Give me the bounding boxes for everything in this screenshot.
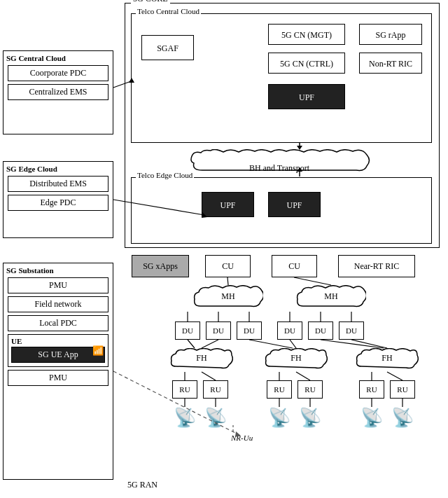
du1-box: DU [175, 321, 200, 340]
du6-box: DU [339, 321, 364, 340]
antenna1: 📡 [169, 407, 200, 429]
fh3-label: FH [356, 353, 419, 364]
telco-edge-label: Telco Edge Cloud [136, 171, 194, 179]
sg-substation: SG Substation PMU Field network Local PD… [3, 263, 113, 480]
svg-line-12 [321, 340, 384, 348]
telco-central-label: Telco Central Cloud [136, 7, 201, 15]
field-network-box: Field network [8, 296, 108, 312]
upf-central-box: UPF [268, 84, 345, 109]
core-outer-box: 5G CORE Telco Central Cloud SGAF 5G CN (… [125, 3, 440, 248]
ru5-box: RU [359, 380, 384, 399]
du4-box: DU [277, 321, 302, 340]
coorporate-pdc-box: Coorporate PDC [8, 65, 108, 81]
upf-edge1-box: UPF [202, 192, 254, 217]
fh1-label: FH [170, 353, 233, 364]
cu1-box: CU [205, 255, 251, 277]
antenna5: 📡 [356, 407, 387, 429]
telco-central-cloud: Telco Central Cloud SGAF 5G CN (MGT) 5G … [131, 13, 432, 143]
fh3-cloud: FH [356, 348, 419, 372]
non-rt-ric-box: Non-RT RIC [359, 53, 422, 74]
ran-label: 5G RAN [127, 480, 158, 490]
sg-xapps-box: SG xApps [132, 255, 189, 277]
antenna3: 📡 [264, 407, 295, 429]
mh1-cloud: MH [193, 285, 263, 312]
svg-line-15 [202, 372, 216, 380]
ru4-box: RU [298, 380, 323, 399]
ru3-box: RU [267, 380, 292, 399]
fh2-cloud: FH [265, 348, 328, 372]
du3-box: DU [237, 321, 262, 340]
nr-uu-label: NR-Uu [231, 434, 253, 442]
near-rt-ric-box: Near-RT RIC [338, 255, 415, 277]
sg-substation-title: SG Substation [6, 266, 110, 275]
pmu-top-box: PMU [8, 277, 108, 293]
ran-connectors [125, 251, 440, 493]
main-right-area: 5G CORE Telco Central Cloud SGAF 5G CN (… [125, 3, 440, 493]
sg-ue-app-box: SG UE App [11, 347, 105, 363]
sg-central-cloud: SG Central Cloud Coorporate PDC Centrali… [3, 50, 113, 134]
sg-central-title: SG Central Cloud [6, 54, 110, 62]
du2-box: DU [206, 321, 231, 340]
svg-line-0 [227, 277, 228, 285]
fh1-cloud: FH [170, 348, 233, 372]
bh-transport-cloud: BH and Transport [188, 149, 370, 176]
cn-mgt-box: 5G CN (MGT) [268, 24, 345, 45]
mh2-label: MH [296, 291, 366, 302]
centralized-ems-box: Centralized EMS [8, 84, 108, 100]
pmu-bottom-box: PMU [8, 370, 108, 386]
ue-label: UE [11, 337, 105, 345]
telco-edge-cloud: Telco Edge Cloud UPF UPF [131, 177, 432, 244]
ran-section: SG xApps CU CU Near-RT RIC MH MH DU [125, 251, 440, 493]
svg-line-9 [202, 340, 218, 348]
ru1-box: RU [172, 380, 197, 399]
sg-rapp-box: SG rApp [359, 24, 422, 45]
du5-box: DU [308, 321, 333, 340]
cu2-box: CU [272, 255, 317, 277]
sg-edge-title: SG Edge Cloud [6, 165, 110, 173]
svg-line-13 [351, 340, 387, 348]
svg-line-17 [296, 372, 310, 380]
svg-line-8 [188, 340, 195, 348]
svg-line-11 [290, 340, 296, 348]
ru2-box: RU [203, 380, 228, 399]
antenna4: 📡 [295, 407, 326, 429]
svg-line-1 [294, 277, 331, 285]
antenna2: 📡 [200, 407, 231, 429]
upf-edge2-box: UPF [268, 192, 321, 217]
local-pdc-box: Local PDC [8, 315, 108, 331]
mh1-label: MH [193, 291, 263, 302]
wifi-icon: 📶 [92, 345, 104, 357]
ru6-box: RU [390, 380, 415, 399]
mh2-cloud: MH [296, 285, 366, 312]
fh2-label: FH [265, 353, 328, 364]
diagram: SG Central Cloud Coorporate PDC Centrali… [0, 0, 448, 498]
edge-pdc-box: Edge PDC [8, 195, 108, 211]
antenna6: 📡 [387, 407, 418, 429]
svg-line-19 [387, 372, 402, 380]
svg-line-10 [249, 340, 293, 348]
distributed-ems-box: Distributed EMS [8, 176, 108, 192]
cn-ctrl-box: 5G CN (CTRL) [268, 53, 345, 74]
bh-transport-label: BH and Transport [188, 155, 370, 181]
sg-edge-cloud: SG Edge Cloud Distributed EMS Edge PDC [3, 161, 113, 238]
core-label: 5G CORE [131, 0, 170, 4]
sgaf-box: SGAF [141, 35, 194, 60]
